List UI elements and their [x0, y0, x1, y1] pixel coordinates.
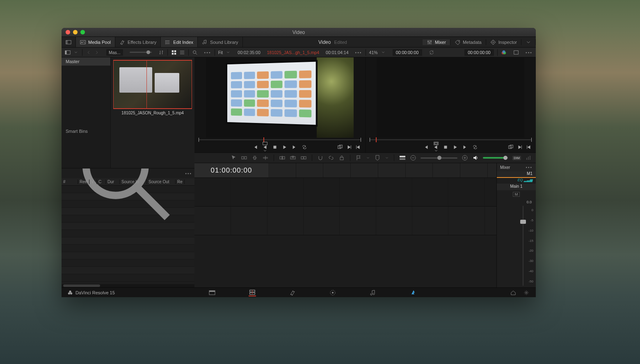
link-icon[interactable] — [328, 155, 334, 161]
zoom-in-icon[interactable] — [462, 155, 468, 161]
fairlight-page-icon[interactable] — [369, 289, 377, 296]
chevron-down-icon[interactable] — [366, 155, 370, 161]
dim-button[interactable]: DIM — [512, 156, 521, 160]
mixer-eq-label[interactable]: EQ ▂▃▅ — [497, 178, 536, 184]
fusion-page-icon[interactable] — [289, 289, 296, 296]
nav-back-icon[interactable] — [86, 50, 91, 55]
src-fit-dropdown[interactable]: Fit — [218, 50, 223, 55]
search-icon[interactable] — [64, 168, 182, 232]
thumbnail-size-slider[interactable] — [130, 52, 152, 53]
single-viewer-icon[interactable] — [513, 50, 519, 55]
chevron-down-icon[interactable] — [225, 50, 231, 55]
bin-dropdown[interactable]: Mas... — [106, 49, 123, 56]
grid-view-icon[interactable] — [171, 50, 177, 55]
deliver-page-icon[interactable] — [409, 289, 417, 296]
lock-icon[interactable] — [338, 155, 345, 161]
horizontal-scrollbar[interactable] — [62, 284, 194, 287]
dynamic-trim-icon[interactable] — [251, 155, 258, 161]
audio-track[interactable] — [194, 207, 496, 235]
snap-icon[interactable] — [317, 155, 324, 161]
clip-thumbnail[interactable]: 181025_JASON_Rough_1_5.mp4 — [113, 60, 192, 115]
col-v[interactable]: V — [89, 180, 97, 184]
gear-icon[interactable] — [523, 290, 529, 296]
sync-icon[interactable] — [429, 50, 434, 55]
timeline-view-icon[interactable] — [399, 155, 406, 161]
col-src-in[interactable]: Source In — [120, 180, 147, 184]
mark-in-icon[interactable] — [346, 144, 352, 150]
match-frame-icon[interactable] — [337, 144, 343, 150]
col-src-out[interactable]: Source Out — [147, 180, 176, 184]
overlay-mode-icon[interactable] — [262, 141, 268, 146]
timeline-ruler[interactable]: 01:00:00:00 — [194, 163, 496, 178]
source-viewer-image[interactable] — [206, 57, 354, 138]
mixer-mute-button[interactable]: M — [497, 192, 536, 198]
inspector-tab[interactable]: Inspector — [486, 39, 521, 45]
chevron-down-icon[interactable] — [433, 148, 439, 154]
chevron-down-icon[interactable] — [385, 155, 389, 161]
media-pool-tab[interactable]: Media Pool — [76, 37, 115, 47]
timeline-zoom-slider[interactable] — [421, 157, 457, 159]
col-c[interactable]: C — [97, 180, 106, 184]
mixer-channel-tab[interactable]: M1 — [497, 171, 536, 178]
trim-tool-icon[interactable] — [241, 155, 247, 161]
match-frame-icon[interactable] — [508, 144, 514, 150]
arrow-tool-icon[interactable] — [230, 155, 237, 161]
sound-library-tab[interactable]: Sound Library — [198, 37, 243, 47]
zoom-icon[interactable] — [80, 30, 85, 34]
replace-clip-icon[interactable] — [300, 155, 307, 161]
home-icon[interactable] — [510, 290, 516, 296]
blade-tool-icon[interactable] — [262, 155, 269, 161]
sidebar-toggle-icon[interactable] — [65, 50, 71, 55]
timeline-options-button[interactable]: ••• — [522, 50, 536, 55]
edit-index-options-button[interactable]: ••• — [185, 171, 192, 176]
timeline-out-timecode[interactable] — [464, 49, 494, 56]
media-options-button[interactable]: ••• — [201, 50, 215, 55]
workspace-layout-button[interactable] — [62, 37, 76, 47]
edit-page-icon[interactable] — [249, 289, 256, 296]
effects-library-tab[interactable]: Effects Library — [115, 37, 161, 47]
speaker-icon[interactable] — [472, 155, 479, 161]
timeline-body[interactable]: 01:00:00:00 — [194, 163, 496, 287]
mark-out-icon[interactable] — [526, 144, 532, 150]
smart-bins-header[interactable]: Smart Bins — [62, 127, 110, 135]
chevron-down-icon[interactable] — [73, 50, 79, 55]
bypass-color-icon[interactable] — [501, 50, 507, 55]
metadata-tab[interactable]: Metadata — [450, 39, 486, 45]
nav-forward-icon[interactable] — [94, 50, 100, 55]
mark-out-icon[interactable] — [355, 144, 361, 150]
mixer-fader[interactable]: 0 -5 -10 -15 -20 -30 -40 -50 — [497, 206, 536, 286]
search-icon[interactable] — [192, 50, 198, 55]
mark-in-icon[interactable] — [517, 144, 523, 150]
video-track[interactable] — [194, 178, 496, 207]
overwrite-clip-icon[interactable] — [290, 155, 296, 161]
close-icon[interactable] — [66, 30, 70, 34]
edit-index-tab[interactable]: Edit Index — [161, 37, 198, 47]
color-page-icon[interactable] — [329, 289, 336, 296]
mixer-options-button[interactable]: ••• — [526, 165, 533, 170]
mixer-tab[interactable]: Mixer — [423, 39, 450, 45]
chevron-down-icon[interactable] — [262, 148, 268, 154]
chevron-down-icon[interactable] — [380, 50, 386, 55]
minimize-icon[interactable] — [73, 30, 78, 34]
bin-master[interactable]: Master — [62, 57, 110, 66]
list-view-icon[interactable] — [179, 50, 185, 55]
toolbar-expand-button[interactable] — [521, 39, 536, 45]
insert-clip-icon[interactable] — [279, 155, 286, 161]
zoom-out-icon[interactable] — [410, 155, 416, 161]
marker-icon[interactable] — [374, 155, 381, 161]
timeline-viewer-image[interactable] — [377, 57, 524, 138]
volume-slider[interactable] — [483, 157, 508, 159]
meters-icon[interactable] — [525, 155, 532, 161]
timeline-zoom-dropdown[interactable]: 41% — [369, 50, 378, 55]
col-rec[interactable]: Re — [176, 180, 185, 184]
timeline-in-timecode[interactable] — [393, 49, 422, 56]
col-num[interactable]: # — [62, 180, 78, 184]
src-options-button[interactable]: ••• — [352, 50, 366, 55]
sort-icon[interactable] — [158, 50, 164, 55]
safe-area-icon[interactable] — [433, 141, 439, 146]
timeline-tracks[interactable] — [194, 178, 496, 287]
media-page-icon[interactable] — [208, 289, 216, 296]
col-dur[interactable]: Dur — [106, 180, 120, 184]
flag-icon[interactable] — [355, 155, 362, 161]
col-reel[interactable]: Ree — [78, 180, 89, 184]
